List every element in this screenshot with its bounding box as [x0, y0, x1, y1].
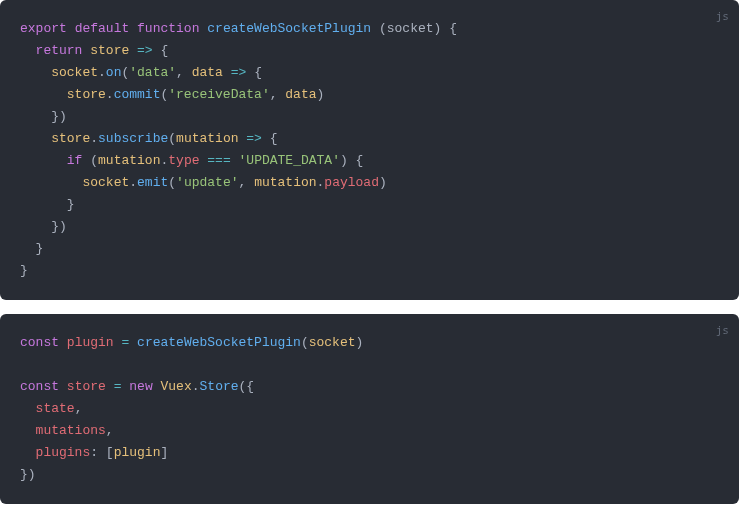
code-content-2: const plugin = createWebSocketPlugin(soc…	[20, 332, 739, 486]
code-content-1: export default function createWebSocketP…	[20, 18, 739, 282]
code-block-1: js export default function createWebSock…	[0, 0, 739, 300]
language-badge: js	[716, 320, 729, 342]
language-badge: js	[716, 6, 729, 28]
code-block-2: js const plugin = createWebSocketPlugin(…	[0, 314, 739, 504]
